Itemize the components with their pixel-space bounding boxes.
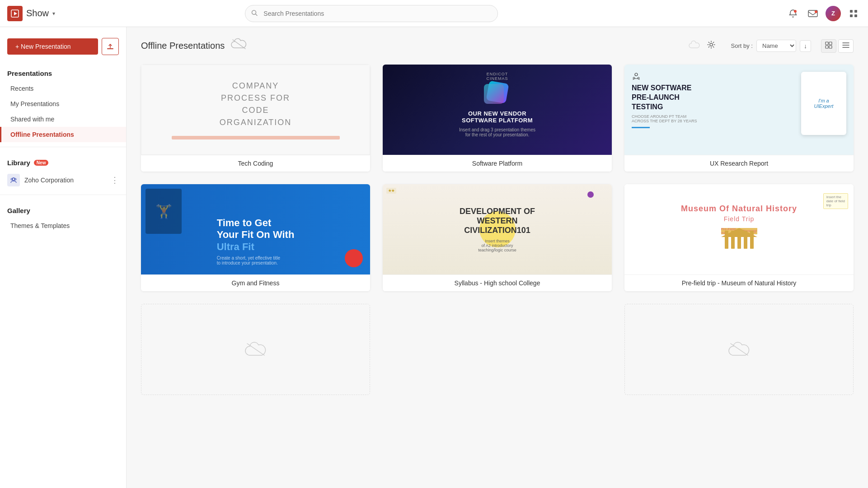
sidebar-divider-1 [0, 147, 126, 147]
content-title: Offline Presentations [141, 41, 225, 51]
svg-line-15 [233, 40, 245, 49]
content-header: Offline Presentations [141, 38, 854, 54]
content-area: Offline Presentations [127, 27, 868, 488]
topnav-right: Z [786, 6, 861, 21]
sidebar-item-recents[interactable]: Recents [0, 81, 126, 96]
thumb-syllabus: ★★ DEVELOPMENT OFWESTERNCIVILIZATION101 … [383, 184, 612, 274]
svg-point-4 [794, 10, 797, 13]
svg-rect-10 [854, 14, 857, 17]
svg-line-3 [256, 14, 258, 16]
sidebar-divider-2 [0, 195, 126, 195]
presentation-card-syllabus[interactable]: ★★ DEVELOPMENT OFWESTERNCIVILIZATION101 … [383, 184, 612, 291]
sidebar-item-themes-templates[interactable]: Themes & Templates [0, 218, 126, 233]
label-syllabus: Syllabus - High school College [383, 274, 612, 291]
presentation-card-tech-coding[interactable]: COMPANYPROCESS FORCODEORGANIZATION Tech … [141, 65, 370, 172]
placeholder-card-1 [141, 304, 370, 395]
cloud-icon-2 [689, 40, 700, 52]
zoho-corp-icon [7, 174, 20, 186]
label-museum: Pre-field trip - Museum of Natural Histo… [624, 274, 854, 291]
svg-line-28 [731, 344, 748, 355]
new-presentation-button[interactable]: + New Presentation [7, 38, 98, 55]
offline-cloud-icon [231, 38, 247, 54]
software-platform-icon [484, 82, 511, 105]
notifications-button[interactable] [786, 6, 800, 21]
view-toggle [821, 39, 854, 53]
settings-button[interactable] [707, 40, 716, 51]
label-tech-coding: Tech Coding [141, 155, 370, 172]
presentation-card-ux-research[interactable]: NEW SOFTWAREPRE-LAUNCHTESTING CHOOSE ARO… [624, 65, 854, 172]
label-ux-research: UX Research Report [624, 155, 854, 172]
svg-rect-18 [829, 42, 832, 45]
cloud-icons-right: Sort by : Name Date Modified ↓ [689, 39, 854, 53]
sidebar-item-offline-presentations[interactable]: Offline Presentations [0, 127, 126, 142]
avatar[interactable]: Z [826, 6, 841, 21]
sidebar-item-shared-with-me[interactable]: Shared with me [0, 112, 126, 127]
label-software-platform: Software Platform [383, 155, 612, 172]
sort-order-button[interactable]: ↓ [800, 40, 811, 52]
sidebar-item-my-presentations[interactable]: My Presentations [0, 96, 126, 112]
svg-rect-11 [107, 48, 113, 49]
placeholder-card-2 [624, 304, 854, 395]
list-view-button[interactable] [838, 39, 854, 53]
search-input[interactable] [245, 5, 498, 22]
presentations-section-title: Presentations [0, 62, 126, 81]
library-item-more-button[interactable]: ⋮ [111, 175, 119, 185]
presentation-card-museum[interactable]: Museum Of Natural History Field Trip [624, 184, 854, 291]
app-logo-icon [7, 6, 23, 21]
thumb-ux-research: NEW SOFTWAREPRE-LAUNCHTESTING CHOOSE ARO… [624, 65, 854, 155]
placeholder-thumb-1 [141, 304, 370, 395]
sort-select[interactable]: Name Date Modified [756, 40, 796, 52]
svg-point-6 [815, 10, 817, 13]
library-new-badge: New [34, 160, 49, 166]
new-presentation-area: + New Presentation [0, 34, 126, 62]
sort-area: Sort by : Name Date Modified ↓ [731, 40, 811, 52]
search-icon [251, 9, 258, 17]
svg-point-24 [635, 73, 638, 76]
content-title-area: Offline Presentations [141, 38, 247, 54]
app-name: Show [26, 8, 49, 19]
svg-rect-7 [850, 10, 853, 13]
library-header: Library New [0, 152, 126, 170]
presentation-card-software-platform[interactable]: ENDICOTCINEMAS OUR NEW VENDORSOFTWARE PL… [383, 65, 612, 172]
thumb-museum: Museum Of Natural History Field Trip [624, 184, 854, 274]
svg-rect-20 [829, 46, 832, 48]
sidebar: + New Presentation Presentations Recents… [0, 27, 127, 488]
sort-label: Sort by : [731, 42, 753, 49]
thumb-software-platform: ENDICOTCINEMAS OUR NEW VENDORSOFTWARE PL… [383, 65, 612, 155]
placeholder-thumb-2 [625, 304, 853, 395]
main-layout: + New Presentation Presentations Recents… [0, 27, 868, 488]
thumb-gym-fitness: 🏋 Time to GetYour Fit On WithUltra Fit C… [141, 184, 370, 274]
apps-grid-button[interactable] [846, 6, 861, 21]
svg-rect-19 [826, 46, 828, 48]
svg-line-27 [247, 344, 264, 355]
library-title: Library [7, 159, 30, 167]
mail-button[interactable] [806, 6, 820, 21]
thumb-tech-coding: COMPANYPROCESS FORCODEORGANIZATION [141, 65, 370, 155]
logo-area: Show ▾ [7, 6, 98, 21]
presentation-card-gym-fitness[interactable]: 🏋 Time to GetYour Fit On WithUltra Fit C… [141, 184, 370, 291]
svg-rect-9 [850, 14, 853, 17]
app-dropdown-icon[interactable]: ▾ [52, 10, 55, 17]
top-navigation: Show ▾ Z [0, 0, 868, 27]
library-item-zoho[interactable]: Zoho Corporation ⋮ [0, 170, 126, 190]
svg-rect-8 [854, 10, 857, 13]
gallery-section-title: Gallery [0, 200, 126, 218]
grid-view-button[interactable] [821, 39, 836, 53]
svg-rect-17 [826, 42, 828, 45]
svg-marker-1 [14, 12, 17, 15]
label-gym-fitness: Gym and Fitness [141, 274, 370, 291]
presentations-grid: COMPANYPROCESS FORCODEORGANIZATION Tech … [141, 65, 854, 291]
zoho-corp-label: Zoho Corporation [24, 177, 106, 184]
svg-point-16 [710, 43, 713, 46]
placeholder-empty-1 [383, 304, 612, 394]
search-bar [245, 5, 498, 22]
upload-button[interactable] [102, 38, 119, 55]
